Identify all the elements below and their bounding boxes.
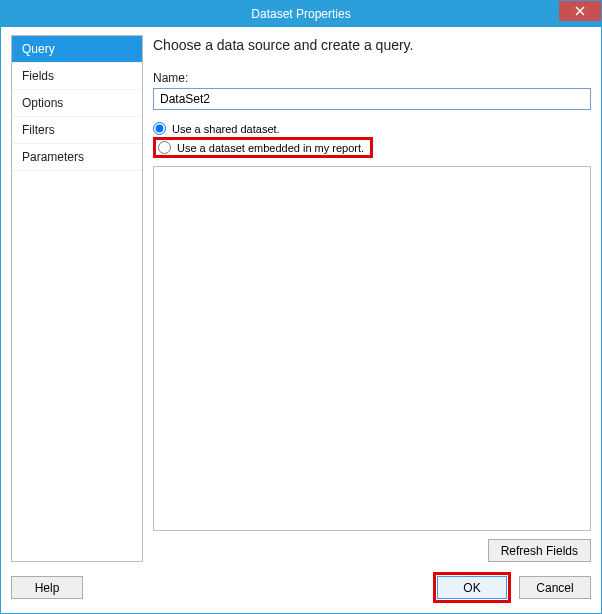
cancel-label: Cancel bbox=[536, 581, 573, 595]
dataset-source-radios: Use a shared dataset. Use a dataset embe… bbox=[153, 120, 591, 158]
content-pane: Choose a data source and create a query.… bbox=[153, 35, 591, 562]
radio-shared-label: Use a shared dataset. bbox=[172, 123, 280, 135]
dataset-preview-area bbox=[153, 166, 591, 531]
highlight-embedded-option: Use a dataset embedded in my report. bbox=[153, 137, 373, 158]
refresh-row: Refresh Fields bbox=[153, 539, 591, 562]
refresh-fields-label: Refresh Fields bbox=[501, 544, 578, 558]
close-button[interactable] bbox=[559, 1, 601, 21]
sidebar: Query Fields Options Filters Parameters bbox=[11, 35, 143, 562]
window-title: Dataset Properties bbox=[251, 7, 350, 21]
sidebar-item-query[interactable]: Query bbox=[12, 36, 142, 63]
sidebar-item-label: Fields bbox=[22, 69, 54, 83]
sidebar-item-label: Parameters bbox=[22, 150, 84, 164]
help-button[interactable]: Help bbox=[11, 576, 83, 599]
sidebar-item-fields[interactable]: Fields bbox=[12, 63, 142, 90]
sidebar-item-options[interactable]: Options bbox=[12, 90, 142, 117]
sidebar-item-label: Filters bbox=[22, 123, 55, 137]
dialog-body: Query Fields Options Filters Parameters … bbox=[1, 27, 601, 613]
radio-shared-input[interactable] bbox=[153, 122, 166, 135]
highlight-ok-button: OK bbox=[433, 572, 511, 603]
dialog-window: Dataset Properties Query Fields Options bbox=[0, 0, 602, 614]
titlebar: Dataset Properties bbox=[1, 1, 601, 27]
dialog-footer: Help OK Cancel bbox=[11, 572, 591, 603]
ok-label: OK bbox=[463, 581, 480, 595]
sidebar-item-label: Query bbox=[22, 42, 55, 56]
help-label: Help bbox=[35, 581, 60, 595]
radio-embedded-dataset[interactable]: Use a dataset embedded in my report. bbox=[158, 141, 364, 154]
sidebar-item-label: Options bbox=[22, 96, 63, 110]
ok-button[interactable]: OK bbox=[437, 576, 507, 599]
refresh-fields-button[interactable]: Refresh Fields bbox=[488, 539, 591, 562]
main-row: Query Fields Options Filters Parameters … bbox=[11, 35, 591, 562]
dataset-name-input[interactable] bbox=[153, 88, 591, 110]
name-label: Name: bbox=[153, 71, 591, 85]
footer-right: OK Cancel bbox=[433, 572, 591, 603]
radio-embedded-input[interactable] bbox=[158, 141, 171, 154]
cancel-button[interactable]: Cancel bbox=[519, 576, 591, 599]
sidebar-item-parameters[interactable]: Parameters bbox=[12, 144, 142, 171]
sidebar-item-filters[interactable]: Filters bbox=[12, 117, 142, 144]
radio-embedded-label: Use a dataset embedded in my report. bbox=[177, 142, 364, 154]
page-heading: Choose a data source and create a query. bbox=[153, 37, 591, 53]
close-icon bbox=[575, 6, 585, 16]
radio-shared-dataset[interactable]: Use a shared dataset. bbox=[153, 120, 591, 137]
